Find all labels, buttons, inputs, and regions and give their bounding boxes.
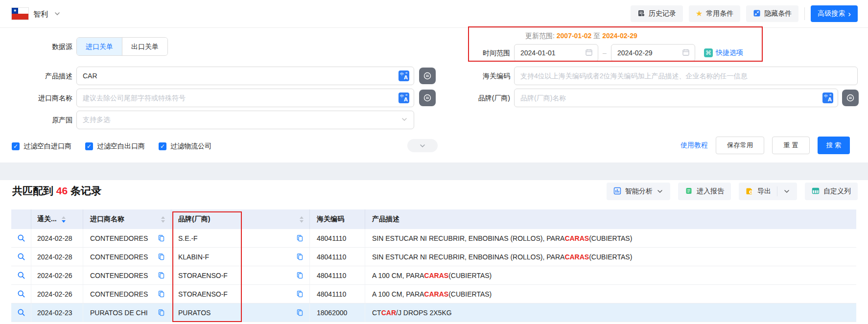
- search-button[interactable]: 搜 索: [818, 137, 850, 154]
- smart-analysis-button[interactable]: 智能分析: [607, 183, 670, 200]
- header-clearance-date[interactable]: 通关...: [31, 209, 83, 229]
- enter-report-button[interactable]: 进入报告: [678, 183, 731, 200]
- chile-flag-icon: ★: [12, 8, 28, 20]
- cell-clearance-date: 2024-02-26: [37, 272, 72, 279]
- history-button[interactable]: 历史记录: [631, 5, 683, 22]
- cell-hs-code: 18062000: [317, 309, 347, 317]
- translate-icon[interactable]: 中A: [399, 70, 409, 81]
- copy-icon[interactable]: [158, 309, 165, 316]
- origin-country-select[interactable]: 支持多选: [76, 111, 414, 129]
- filter-logistics-label: 过滤物流公司: [170, 142, 211, 151]
- cell-clearance-date: 2024-02-23: [37, 309, 72, 317]
- chevron-down-icon[interactable]: [54, 10, 61, 19]
- copy-icon[interactable]: [158, 253, 165, 260]
- table-row[interactable]: 2024-02-26 CONTENEDORES STORAENSO-F 4804…: [11, 266, 856, 285]
- date-range-dash: –: [603, 44, 607, 62]
- button-divider: [777, 186, 777, 196]
- sort-icons[interactable]: [300, 216, 304, 223]
- bi-chart-icon: [613, 187, 621, 196]
- copy-icon[interactable]: [296, 272, 304, 279]
- filter-logistics-checkbox[interactable]: ✓ 过滤物流公司: [159, 142, 211, 151]
- save-favorite-button[interactable]: 保存常用: [716, 137, 764, 154]
- importer-label: 进口商名称: [0, 89, 72, 107]
- header-product-desc: 产品描述: [365, 209, 856, 229]
- row-detail-search-icon[interactable]: [17, 290, 25, 298]
- reset-button[interactable]: 重 置: [772, 137, 809, 154]
- origin-country-label: 原产国: [0, 111, 72, 129]
- hs-code-label: 海关编码: [451, 67, 510, 85]
- copy-icon[interactable]: [296, 234, 304, 242]
- translate-icon[interactable]: 中A: [399, 93, 409, 103]
- export-label: 导出: [757, 187, 771, 196]
- favorites-button[interactable]: ★ 常用条件: [689, 5, 740, 22]
- copy-icon[interactable]: [158, 272, 165, 279]
- advanced-search-label: 高级搜索: [818, 9, 845, 18]
- synonym-toggle-icon[interactable]: [842, 90, 859, 106]
- sort-icons[interactable]: [62, 216, 66, 223]
- filter-blank-exporter-checkbox[interactable]: ✓ 过滤空白出口商: [85, 142, 145, 151]
- filter-blank-importer-checkbox[interactable]: ✓ 过滤空白进口商: [12, 142, 71, 151]
- collapse-form-button[interactable]: [407, 139, 438, 152]
- checkbox-checked-icon: ✓: [159, 142, 166, 150]
- copy-icon[interactable]: [158, 234, 165, 242]
- start-date-input[interactable]: 2024-01-01: [514, 44, 598, 62]
- tutorial-link[interactable]: 使用教程: [680, 141, 708, 150]
- chevron-down-icon: [783, 188, 790, 195]
- product-desc-input[interactable]: [76, 67, 414, 85]
- brand-input[interactable]: [514, 89, 838, 107]
- customize-columns-button[interactable]: 自定义列: [805, 183, 858, 200]
- synonym-toggle-icon[interactable]: [419, 90, 436, 106]
- quick-options-link[interactable]: ⌘ 快捷选项: [704, 44, 743, 62]
- translate-icon[interactable]: 中A: [822, 93, 833, 103]
- advanced-search-button[interactable]: 高级搜索 ›: [811, 5, 858, 22]
- row-detail-search-icon[interactable]: [17, 308, 25, 317]
- row-detail-search-icon[interactable]: [17, 253, 25, 261]
- update-range-to: 2024-02-29: [602, 32, 637, 40]
- sort-icons[interactable]: [161, 216, 165, 223]
- summary-count: 46: [56, 185, 68, 196]
- svg-text:中: 中: [400, 72, 404, 76]
- quick-options-label: 快捷选项: [716, 48, 743, 57]
- customize-columns-label: 自定义列: [823, 187, 851, 196]
- tab-export-declarations[interactable]: 出口关单: [122, 38, 167, 55]
- row-detail-search-icon[interactable]: [17, 234, 25, 242]
- section-separator: [0, 162, 868, 180]
- cell-brand: KLABIN-F: [178, 253, 209, 261]
- header-importer-label: 进口商名称: [90, 215, 124, 224]
- importer-input[interactable]: [76, 89, 414, 107]
- svg-text:中: 中: [824, 94, 828, 98]
- hide-conditions-button[interactable]: 隐藏条件: [746, 5, 798, 22]
- header-hs-code: 海关编码: [310, 209, 365, 229]
- copy-icon[interactable]: [296, 253, 304, 260]
- arrow-right-icon: ›: [848, 10, 851, 18]
- header-brand[interactable]: 品牌(厂商): [171, 209, 310, 229]
- table-columns-icon: [812, 187, 820, 196]
- top-bar: ★ 智利 历史记录 ★ 常用条件 隐藏条件: [0, 0, 868, 28]
- cell-product-desc: A 100 CM, PARA CARAS (CUBIERTAS): [365, 266, 856, 284]
- synonym-toggle-icon[interactable]: [419, 68, 436, 84]
- copy-icon[interactable]: [158, 290, 165, 298]
- copy-icon[interactable]: [296, 309, 304, 316]
- table-row[interactable]: 2024-02-23 PURATOS DE CHI PURATOS 180620…: [11, 303, 856, 322]
- export-button[interactable]: 导出: [739, 183, 797, 200]
- tab-import-declarations[interactable]: 进口关单: [77, 38, 122, 55]
- hs-code-input[interactable]: [514, 67, 858, 85]
- row-detail-search-icon[interactable]: [17, 271, 25, 279]
- table-row[interactable]: 2024-02-28 CONTENEDORES S.E.-F 48041110 …: [11, 229, 856, 248]
- enter-report-label: 进入报告: [697, 187, 724, 196]
- table-row[interactable]: 2024-02-28 CONTENEDORES KLABIN-F 4804111…: [11, 248, 856, 266]
- cell-hs-code: 48041110: [317, 253, 346, 261]
- header-importer[interactable]: 进口商名称: [83, 209, 171, 229]
- start-date-value: 2024-01-01: [520, 49, 556, 57]
- copy-icon[interactable]: [296, 290, 304, 298]
- cell-clearance-date: 2024-02-28: [37, 253, 72, 261]
- table-body: 2024-02-28 CONTENEDORES S.E.-F 48041110 …: [11, 229, 856, 322]
- table-row[interactable]: 2024-02-26 CONTENEDORES STORAENSO-F 4804…: [11, 285, 856, 303]
- country-selector-label[interactable]: 智利: [33, 0, 48, 28]
- filter-blank-importer-label: 过滤空白进口商: [23, 142, 71, 151]
- calendar-icon: [585, 48, 593, 58]
- end-date-input[interactable]: 2024-02-29: [611, 44, 695, 62]
- cell-importer: PURATOS DE CHI: [90, 309, 148, 317]
- results-section: 共匹配到 46 条记录 智能分析 进入报告: [0, 180, 868, 324]
- cell-hs-code: 48041110: [317, 234, 346, 242]
